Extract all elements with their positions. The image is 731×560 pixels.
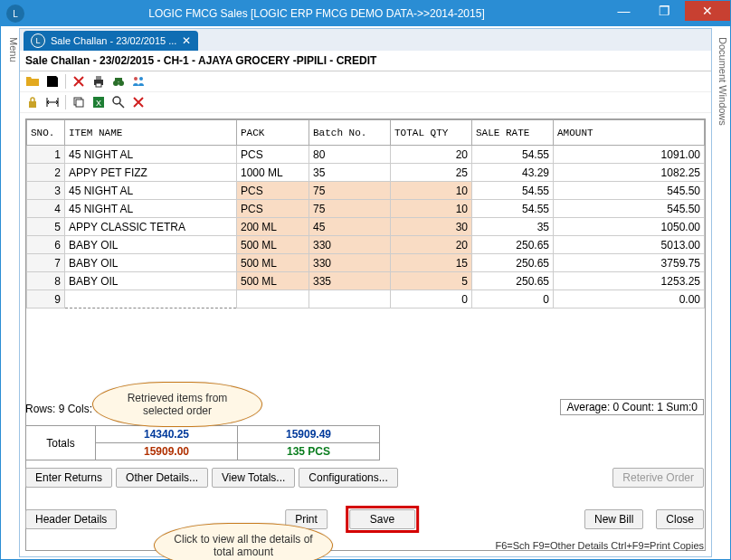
- menu-side-tab[interactable]: Menu: [3, 33, 19, 62]
- cell[interactable]: PCS: [237, 146, 309, 164]
- cell[interactable]: 54.55: [472, 146, 554, 164]
- cell[interactable]: 0.00: [554, 290, 705, 308]
- cell[interactable]: PCS: [237, 182, 309, 200]
- people-icon[interactable]: [131, 74, 146, 89]
- cell[interactable]: 250.65: [472, 254, 554, 272]
- new-bill-button[interactable]: New Bill: [584, 509, 643, 529]
- close-window-button[interactable]: ✕: [685, 1, 730, 21]
- cell[interactable]: 3759.75: [554, 254, 705, 272]
- cell[interactable]: 45: [309, 218, 391, 236]
- view-totals-button[interactable]: View Totals...: [212, 468, 295, 488]
- close-button[interactable]: Close: [656, 509, 704, 529]
- cell[interactable]: 75: [309, 182, 391, 200]
- cell[interactable]: 500 ML: [237, 272, 309, 290]
- excel-icon[interactable]: X: [91, 95, 106, 109]
- cell[interactable]: 75: [309, 200, 391, 218]
- cell[interactable]: APPY PET FIZZ: [65, 164, 237, 182]
- clear-icon[interactable]: [131, 95, 146, 109]
- table-row[interactable]: 6BABY OIL500 ML33020250.655013.00: [27, 236, 705, 254]
- table-row[interactable]: 5APPY CLASSIC TETRA200 ML4530351050.00: [27, 218, 705, 236]
- print-icon[interactable]: [91, 74, 106, 89]
- cell[interactable]: [65, 290, 237, 308]
- cell[interactable]: PCS: [237, 200, 309, 218]
- lock-icon[interactable]: [25, 95, 40, 109]
- other-details-button[interactable]: Other Details...: [116, 468, 208, 488]
- cell[interactable]: 1050.00: [554, 218, 705, 236]
- cell[interactable]: 500 ML: [237, 254, 309, 272]
- document-windows-side-tab[interactable]: Document Windows: [712, 33, 728, 126]
- expand-width-icon[interactable]: [45, 95, 60, 109]
- find-icon[interactable]: [111, 95, 126, 109]
- cell[interactable]: 25: [391, 164, 472, 182]
- cell[interactable]: 9: [27, 290, 65, 308]
- cell[interactable]: 0: [472, 290, 554, 308]
- cell[interactable]: 250.65: [472, 236, 554, 254]
- delete-icon[interactable]: [71, 74, 86, 89]
- cell[interactable]: 80: [309, 146, 391, 164]
- cell[interactable]: 35: [472, 218, 554, 236]
- cell[interactable]: 10: [391, 182, 472, 200]
- cell[interactable]: 20: [391, 146, 472, 164]
- minimize-button[interactable]: —: [603, 1, 644, 21]
- cell[interactable]: 6: [27, 236, 65, 254]
- cell[interactable]: 1000 ML: [237, 164, 309, 182]
- save-icon[interactable]: [45, 74, 60, 89]
- cell[interactable]: 35: [309, 164, 391, 182]
- cell[interactable]: 200 ML: [237, 218, 309, 236]
- items-grid[interactable]: SNO. ITEM NAME PACK Batch No. TOTAL QTY …: [26, 119, 705, 308]
- cell[interactable]: 54.55: [472, 182, 554, 200]
- cell[interactable]: 43.29: [472, 164, 554, 182]
- table-row[interactable]: 345 NIGHT ALPCS751054.55545.50: [27, 182, 705, 200]
- cell[interactable]: 1: [27, 146, 65, 164]
- col-total-qty[interactable]: TOTAL QTY: [391, 120, 472, 146]
- cell[interactable]: APPY CLASSIC TETRA: [65, 218, 237, 236]
- cell[interactable]: 5: [391, 272, 472, 290]
- cell[interactable]: 7: [27, 254, 65, 272]
- cell[interactable]: 2: [27, 164, 65, 182]
- cell[interactable]: 15: [391, 254, 472, 272]
- configurations-button[interactable]: Configurations...: [299, 468, 397, 488]
- col-amount[interactable]: AMOUNT: [554, 120, 705, 146]
- cell[interactable]: 330: [309, 254, 391, 272]
- maximize-button[interactable]: ❐: [644, 1, 685, 21]
- save-button[interactable]: Save: [349, 509, 415, 529]
- cell[interactable]: 30: [391, 218, 472, 236]
- cell[interactable]: 335: [309, 272, 391, 290]
- cell[interactable]: 45 NIGHT AL: [65, 146, 237, 164]
- col-sno[interactable]: SNO.: [27, 120, 65, 146]
- table-row[interactable]: 7BABY OIL500 ML33015250.653759.75: [27, 254, 705, 272]
- cell[interactable]: 545.50: [554, 182, 705, 200]
- col-pack[interactable]: PACK: [237, 120, 309, 146]
- cell[interactable]: 45 NIGHT AL: [65, 200, 237, 218]
- tab-sale-challan[interactable]: L Sale Challan - 23/02/2015 ... ✕: [24, 31, 198, 51]
- col-batch[interactable]: Batch No.: [309, 120, 391, 146]
- cell[interactable]: 0: [391, 290, 472, 308]
- cell[interactable]: 250.65: [472, 272, 554, 290]
- header-details-button[interactable]: Header Details: [25, 509, 117, 529]
- enter-returns-button[interactable]: Enter Returns: [25, 468, 112, 488]
- cell[interactable]: 54.55: [472, 200, 554, 218]
- table-row[interactable]: 2APPY PET FIZZ1000 ML352543.291082.25: [27, 164, 705, 182]
- cell[interactable]: [309, 290, 391, 308]
- copy-icon[interactable]: [71, 95, 86, 109]
- binoculars-icon[interactable]: [111, 74, 126, 89]
- cell[interactable]: 1253.25: [554, 272, 705, 290]
- cell[interactable]: 3: [27, 182, 65, 200]
- cell[interactable]: BABY OIL: [65, 236, 237, 254]
- cell[interactable]: 8: [27, 272, 65, 290]
- cell[interactable]: 330: [309, 236, 391, 254]
- cell[interactable]: 500 ML: [237, 236, 309, 254]
- cell[interactable]: [237, 290, 309, 308]
- table-row[interactable]: 9000.00: [27, 290, 705, 308]
- tab-close-icon[interactable]: ✕: [182, 34, 191, 47]
- cell[interactable]: 1091.00: [554, 146, 705, 164]
- cell[interactable]: BABY OIL: [65, 272, 237, 290]
- table-row[interactable]: 445 NIGHT ALPCS751054.55545.50: [27, 200, 705, 218]
- open-icon[interactable]: [25, 74, 40, 89]
- cell[interactable]: 5: [27, 218, 65, 236]
- cell[interactable]: 4: [27, 200, 65, 218]
- cell[interactable]: 20: [391, 236, 472, 254]
- cell[interactable]: 5013.00: [554, 236, 705, 254]
- col-sale-rate[interactable]: SALE RATE: [472, 120, 554, 146]
- cell[interactable]: BABY OIL: [65, 254, 237, 272]
